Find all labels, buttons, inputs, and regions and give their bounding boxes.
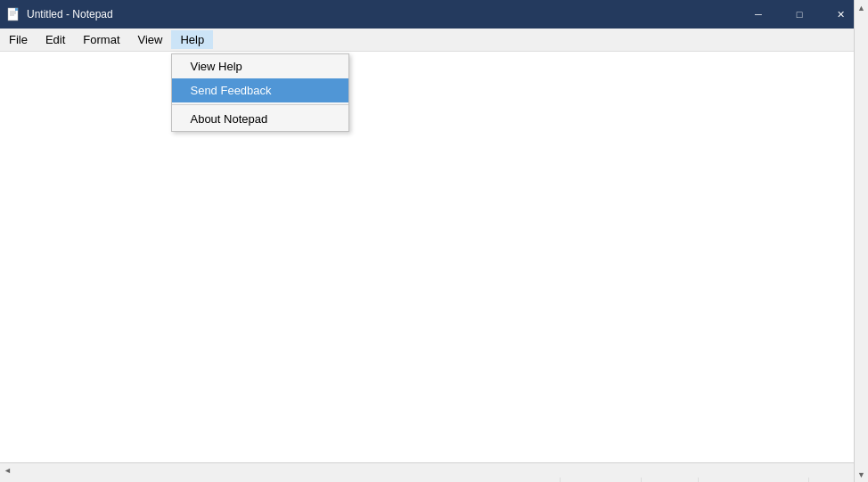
app-icon [7,7,21,21]
main-area: ▲ ▼ [0,52,868,462]
editor-area [0,52,868,462]
status-line-ending: Windows (CRLF) [698,478,808,482]
horizontal-scrollbar[interactable]: ◄ ► [0,462,868,477]
menu-view[interactable]: View [129,29,172,51]
scroll-left-arrow[interactable]: ◄ [0,463,15,478]
scroll-down-arrow[interactable]: ▼ [855,467,869,482]
minimize-button[interactable]: ─ [738,0,779,29]
text-editor[interactable] [0,52,868,462]
menu-about-notepad[interactable]: About Notepad [172,107,348,131]
menu-file[interactable]: File [0,29,37,51]
menu-format[interactable]: Format [74,29,128,51]
menu-bar: File Edit Format View Help View Help Sen… [0,29,868,52]
status-zoom: 100% [641,478,698,482]
menu-help-container: Help View Help Send Feedback About Notep… [171,30,213,49]
scroll-up-arrow[interactable]: ▲ [855,0,869,15]
help-dropdown-menu: View Help Send Feedback About Notepad [171,53,349,132]
menu-view-help[interactable]: View Help [172,54,348,78]
menu-separator [172,104,348,105]
menu-help[interactable]: Help [171,30,213,49]
menu-edit[interactable]: Edit [37,29,74,51]
title-bar: Untitled - Notepad ─ □ ✕ [0,0,868,29]
status-bar: Ln 1, Col 1 100% Windows (CRLF) UTF-8 [0,477,868,482]
status-position: Ln 1, Col 1 [560,478,641,482]
vertical-scrollbar[interactable]: ▲ ▼ [854,0,868,482]
scroll-track-horizontal[interactable] [15,463,853,478]
svg-rect-1 [15,8,18,11]
scroll-track-vertical[interactable] [855,15,869,467]
menu-send-feedback[interactable]: Send Feedback [172,78,348,102]
maximize-button[interactable]: □ [779,0,820,29]
window-title: Untitled - Notepad [27,8,113,20]
window-controls: ─ □ ✕ [738,0,861,29]
